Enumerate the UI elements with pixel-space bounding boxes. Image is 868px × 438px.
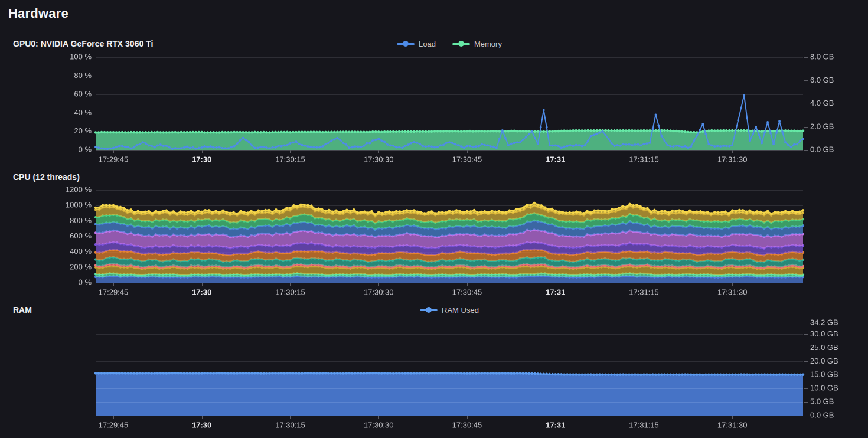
cpu-chart[interactable] bbox=[0, 183, 868, 301]
legend-label: Memory bbox=[474, 40, 502, 48]
legend-item-ram-used[interactable]: RAM Used bbox=[420, 306, 479, 315]
legend-marker-icon bbox=[452, 41, 470, 47]
gpu-legend: LoadMemory bbox=[96, 38, 803, 50]
legend-marker-icon bbox=[420, 307, 438, 313]
ram-chart-title: RAM bbox=[13, 305, 32, 315]
page-title: Hardware bbox=[8, 6, 68, 21]
legend-item-memory[interactable]: Memory bbox=[452, 40, 502, 48]
cpu-chart-title: CPU (12 threads) bbox=[13, 172, 80, 182]
legend-marker-icon bbox=[397, 41, 415, 47]
legend-label: Load bbox=[419, 40, 436, 48]
gpu-chart[interactable] bbox=[0, 50, 868, 168]
legend-label: RAM Used bbox=[442, 306, 479, 315]
hardware-dashboard: Hardware GPU0: NVIDIA GeForce RTX 3060 T… bbox=[0, 0, 868, 438]
ram-chart[interactable] bbox=[0, 316, 868, 434]
legend-item-load[interactable]: Load bbox=[397, 40, 436, 48]
ram-legend: RAM Used bbox=[96, 304, 803, 316]
